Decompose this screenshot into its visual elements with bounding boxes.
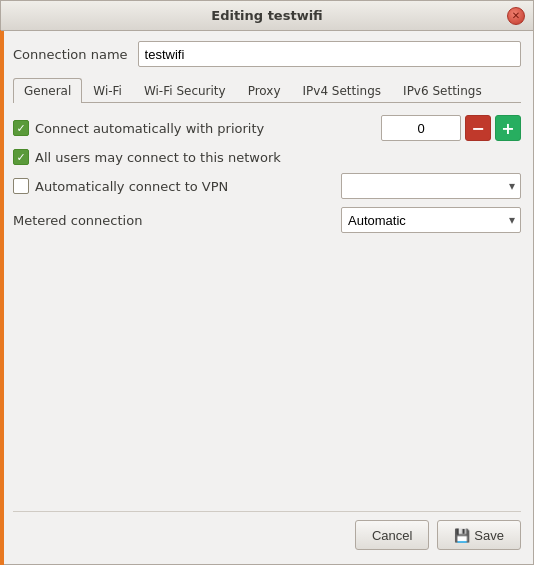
close-button[interactable]: ✕: [507, 7, 525, 25]
auto-vpn-row: Automatically connect to VPN: [13, 173, 521, 199]
metered-row: Metered connection Automatic Yes No: [13, 207, 521, 233]
auto-vpn-label: Automatically connect to VPN: [35, 179, 228, 194]
metered-select[interactable]: Automatic Yes No: [341, 207, 521, 233]
left-accent: [0, 30, 4, 565]
connect-auto-label: Connect automatically with priority: [35, 121, 264, 136]
priority-input[interactable]: [381, 115, 461, 141]
tab-general[interactable]: General: [13, 78, 82, 103]
vpn-dropdown: [341, 173, 521, 199]
tab-ipv4-settings[interactable]: IPv4 Settings: [292, 78, 393, 103]
window-title: Editing testwifi: [9, 8, 525, 23]
button-row: Cancel 💾 Save: [13, 511, 521, 554]
cancel-button[interactable]: Cancel: [355, 520, 429, 550]
save-label: Save: [474, 528, 504, 543]
tab-wifi[interactable]: Wi-Fi: [82, 78, 133, 103]
all-users-checkbox-wrap: All users may connect to this network: [13, 149, 521, 165]
window: Editing testwifi ✕ Connection name Gener…: [0, 0, 534, 565]
save-button[interactable]: 💾 Save: [437, 520, 521, 550]
priority-controls: − +: [381, 115, 521, 141]
tabs: General Wi-Fi Wi-Fi Security Proxy IPv4 …: [13, 77, 521, 103]
titlebar: Editing testwifi ✕: [1, 1, 533, 31]
priority-plus-button[interactable]: +: [495, 115, 521, 141]
connection-name-input[interactable]: [138, 41, 521, 67]
all-users-label: All users may connect to this network: [35, 150, 281, 165]
tab-wifi-security[interactable]: Wi-Fi Security: [133, 78, 237, 103]
metered-label: Metered connection: [13, 213, 341, 228]
vpn-select[interactable]: [341, 173, 521, 199]
connect-auto-checkbox-wrap: Connect automatically with priority: [13, 120, 381, 136]
tab-proxy[interactable]: Proxy: [237, 78, 292, 103]
content-area: Connection name General Wi-Fi Wi-Fi Secu…: [1, 31, 533, 564]
metered-select-wrapper: Automatic Yes No: [341, 207, 521, 233]
auto-vpn-checkbox-wrap: Automatically connect to VPN: [13, 178, 341, 194]
connect-auto-row: Connect automatically with priority − +: [13, 115, 521, 141]
auto-vpn-checkbox[interactable]: [13, 178, 29, 194]
connection-name-row: Connection name: [13, 41, 521, 67]
tab-general-content: Connect automatically with priority − + …: [13, 115, 521, 554]
save-icon: 💾: [454, 528, 470, 543]
vpn-select-wrapper: [341, 173, 521, 199]
priority-minus-button[interactable]: −: [465, 115, 491, 141]
tab-ipv6-settings[interactable]: IPv6 Settings: [392, 78, 493, 103]
connect-auto-checkbox[interactable]: [13, 120, 29, 136]
connection-name-label: Connection name: [13, 47, 128, 62]
all-users-row: All users may connect to this network: [13, 149, 521, 165]
all-users-checkbox[interactable]: [13, 149, 29, 165]
